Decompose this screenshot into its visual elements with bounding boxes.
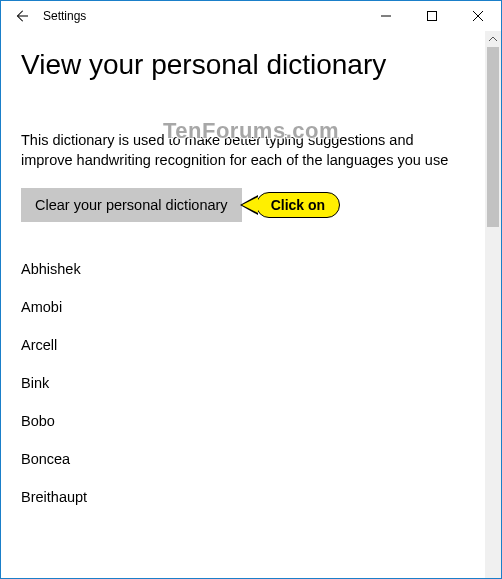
list-item: Boncea	[21, 440, 465, 478]
list-item: Abhishek	[21, 250, 465, 288]
titlebar: Settings	[1, 1, 501, 31]
list-item: Bobo	[21, 402, 465, 440]
list-item: Bink	[21, 364, 465, 402]
list-item: Amobi	[21, 288, 465, 326]
minimize-icon	[381, 11, 391, 21]
scroll-thumb[interactable]	[487, 47, 499, 227]
annotation-callout: Click on	[240, 192, 340, 218]
vertical-scrollbar[interactable]	[485, 31, 501, 578]
window-controls	[363, 1, 501, 31]
list-item: Breithaupt	[21, 478, 465, 516]
window-title: Settings	[43, 9, 86, 23]
page-title: View your personal dictionary	[21, 49, 465, 81]
scroll-up-button[interactable]	[485, 31, 501, 47]
list-item: Arcell	[21, 326, 465, 364]
dictionary-word-list: Abhishek Amobi Arcell Bink Bobo Boncea B…	[21, 250, 465, 516]
page-description: This dictionary is used to make better t…	[21, 131, 465, 170]
callout-label: Click on	[256, 192, 340, 218]
chevron-up-icon	[489, 35, 497, 43]
callout-pointer-icon	[240, 195, 258, 215]
maximize-button[interactable]	[409, 1, 455, 31]
close-button[interactable]	[455, 1, 501, 31]
content-area: View your personal dictionary This dicti…	[1, 31, 485, 578]
arrow-left-icon	[14, 9, 28, 23]
back-button[interactable]	[1, 1, 41, 31]
svg-rect-0	[428, 12, 437, 21]
clear-dictionary-button[interactable]: Clear your personal dictionary	[21, 188, 242, 222]
close-icon	[473, 11, 483, 21]
minimize-button[interactable]	[363, 1, 409, 31]
maximize-icon	[427, 11, 437, 21]
